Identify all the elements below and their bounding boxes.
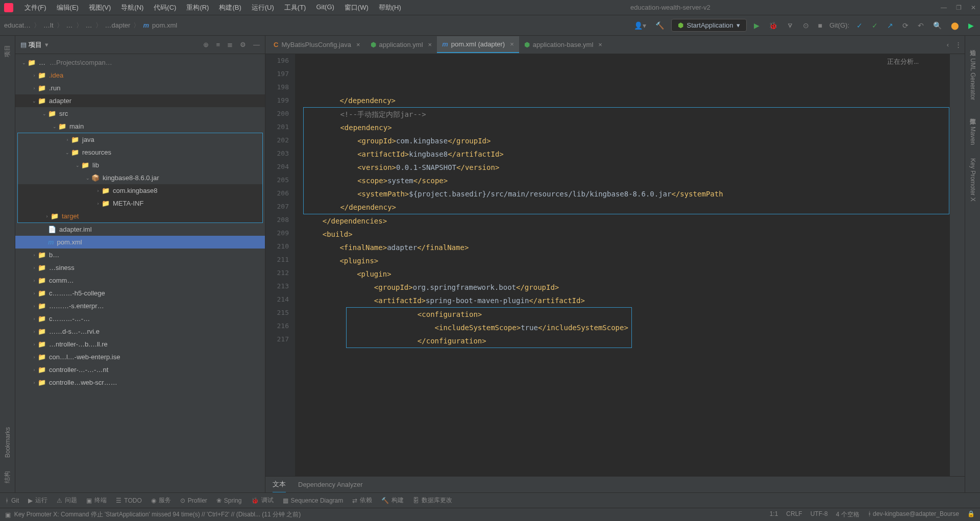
tool-window-db[interactable]: 🗄数据库更改 — [413, 496, 452, 505]
encoding[interactable]: UTF-8 — [811, 510, 828, 519]
notifications-tab[interactable]: 通知 — [966, 41, 979, 49]
git-update-icon[interactable]: ✓ — [854, 19, 865, 32]
structure-tab[interactable]: 结构 — [1, 467, 14, 487]
indent[interactable]: 4 个空格 — [836, 510, 860, 519]
tree-item[interactable]: ›📁target — [18, 210, 262, 222]
line-separator[interactable]: CRLF — [786, 510, 802, 519]
collapse-all-icon[interactable]: ≣ — [227, 41, 233, 48]
tab-close-icon[interactable]: × — [428, 41, 432, 48]
menu-item[interactable]: 文件(F) — [19, 1, 52, 14]
tree-item[interactable]: ›📁con…l…-web-enterp.ise — [15, 351, 265, 363]
tree-item[interactable]: ›📁controller-…-…-…nt — [15, 363, 265, 376]
line-number[interactable]: 211 — [265, 253, 289, 266]
git-commit-icon[interactable]: ✓ — [870, 19, 880, 32]
menu-item[interactable]: 视图(V) — [84, 1, 116, 14]
chevron-down-icon[interactable]: ▾ — [45, 41, 48, 48]
expand-arrow-icon[interactable]: › — [64, 137, 71, 142]
tool-window-debug[interactable]: 🐞调试 — [251, 496, 274, 505]
tree-item[interactable]: ›📁META-INF — [18, 197, 262, 210]
dependency-analyzer-tab[interactable]: Dependency Analyzer — [298, 478, 362, 491]
search-icon[interactable]: 🔍 — [931, 19, 944, 32]
git-rollback-icon[interactable]: ↶ — [916, 19, 926, 32]
maven-tab[interactable]: Maven — [967, 122, 978, 149]
database-tab[interactable]: 数据库 — [966, 109, 979, 117]
expand-arrow-icon[interactable]: ⌄ — [64, 150, 71, 155]
breadcrumb-part[interactable]: educat… — [4, 21, 31, 29]
menu-item[interactable]: 重构(R) — [181, 1, 214, 14]
breadcrumb-part[interactable]: … — [86, 21, 92, 29]
code-editor[interactable]: 正在分析... </dependency> <!--手动指定内部jar--> <… — [295, 54, 949, 476]
expand-arrow-icon[interactable]: ⌄ — [31, 98, 38, 104]
editor-tab[interactable]: mpom.xml (adapter)× — [437, 36, 519, 53]
expand-all-icon[interactable]: ≡ — [216, 41, 220, 48]
settings-icon[interactable]: ⚙ — [240, 41, 246, 48]
line-number[interactable]: 201 — [265, 120, 289, 134]
project-tree[interactable]: ⌄📁……Projects\compan…›📁.idea›📁.run⌄📁adapt… — [15, 54, 265, 492]
text-view-tab[interactable]: 文本 — [273, 477, 286, 493]
expand-arrow-icon[interactable]: › — [31, 265, 38, 270]
close-icon[interactable]: ✕ — [971, 4, 976, 11]
expand-arrow-icon[interactable]: › — [31, 253, 38, 258]
tree-item[interactable]: ›📁………-s.enterpr… — [15, 300, 265, 312]
menu-item[interactable]: 编辑(E) — [52, 1, 84, 14]
menu-item[interactable]: 代码(C) — [149, 1, 181, 14]
line-number[interactable]: 198 — [265, 81, 289, 94]
expand-arrow-icon[interactable]: › — [31, 355, 38, 360]
line-number[interactable]: 212 — [265, 266, 289, 280]
tree-item[interactable]: ›📁controlle…web-scr…… — [15, 376, 265, 389]
settings-icon[interactable]: ⬤ — [949, 19, 961, 32]
expand-arrow-icon[interactable]: › — [31, 380, 38, 385]
tool-window-warn[interactable]: ⚠问题 — [57, 496, 77, 505]
user-icon[interactable]: 👤▾ — [632, 19, 648, 32]
expand-arrow-icon[interactable]: › — [31, 278, 38, 283]
expand-arrow-icon[interactable]: › — [31, 329, 38, 334]
line-number[interactable]: 196 — [265, 54, 289, 67]
menu-item[interactable]: 构建(B) — [214, 1, 246, 14]
tool-window-term[interactable]: ▣终端 — [86, 496, 107, 505]
caret-position[interactable]: 1:1 — [770, 510, 778, 519]
expand-arrow-icon[interactable]: ⌄ — [51, 124, 58, 129]
key-promoter-tab[interactable]: Key Promoter X — [967, 154, 978, 206]
editor-body[interactable]: 1961971981992002012022032042052062072082… — [265, 54, 965, 476]
menu-item[interactable]: 工具(T) — [279, 1, 311, 14]
tree-item[interactable]: ⌄📦kingbase8-8.6.0.jar — [18, 171, 262, 184]
tab-close-icon[interactable]: × — [356, 41, 360, 48]
tab-menu-icon[interactable]: ⋮ — [955, 41, 962, 48]
menu-item[interactable]: Git(G) — [311, 1, 339, 14]
debug-icon[interactable]: 🐞 — [767, 19, 779, 32]
expand-arrow-icon[interactable]: ⌄ — [41, 111, 48, 116]
editor-tab[interactable]: ⬢application.yml× — [365, 37, 437, 53]
line-number[interactable]: 216 — [265, 319, 289, 333]
tree-item[interactable]: ›📁…siness — [15, 261, 265, 274]
tool-window-todo[interactable]: ☰TODO — [116, 497, 141, 504]
tree-item[interactable]: ⌄📁resources — [18, 146, 262, 159]
line-number[interactable]: 207 — [265, 200, 289, 213]
git-history-icon[interactable]: ⟳ — [900, 19, 911, 32]
line-number[interactable]: 209 — [265, 227, 289, 240]
tree-item[interactable]: ›📁com.kingbase8 — [18, 184, 262, 197]
expand-arrow-icon[interactable]: ⌄ — [84, 176, 91, 181]
coverage-icon[interactable]: ⛛ — [785, 19, 796, 32]
tree-item[interactable]: ›📁……d-s…-…rvi.e — [15, 325, 265, 338]
tree-item[interactable]: ⌄📁adapter — [15, 94, 265, 107]
expand-arrow-icon[interactable]: ⌄ — [20, 60, 28, 65]
line-number[interactable]: 217 — [265, 333, 289, 346]
expand-arrow-icon[interactable]: › — [94, 188, 102, 193]
menu-item[interactable]: 运行(U) — [247, 1, 279, 14]
line-number[interactable]: 197 — [265, 67, 289, 81]
hide-icon[interactable]: — — [253, 41, 260, 48]
tree-item[interactable]: ⌄📁main — [15, 120, 265, 133]
line-number[interactable]: 199 — [265, 94, 289, 107]
tool-window-prof[interactable]: ⊙Profiler — [180, 497, 207, 504]
line-number[interactable]: 213 — [265, 280, 289, 293]
plugin-icon[interactable]: ▶ — [966, 19, 976, 32]
line-number[interactable]: 210 — [265, 240, 289, 253]
tree-item[interactable]: ›📁c………-…-… — [15, 312, 265, 325]
tab-prev-icon[interactable]: ‹ — [947, 41, 949, 48]
line-number[interactable]: 200 — [265, 107, 289, 120]
tree-item[interactable]: ›📁.idea — [15, 69, 265, 82]
expand-arrow-icon[interactable]: › — [31, 291, 38, 296]
expand-arrow-icon[interactable]: › — [31, 304, 38, 309]
line-number[interactable]: 215 — [265, 306, 289, 319]
menu-item[interactable]: 帮助(H) — [374, 1, 406, 14]
